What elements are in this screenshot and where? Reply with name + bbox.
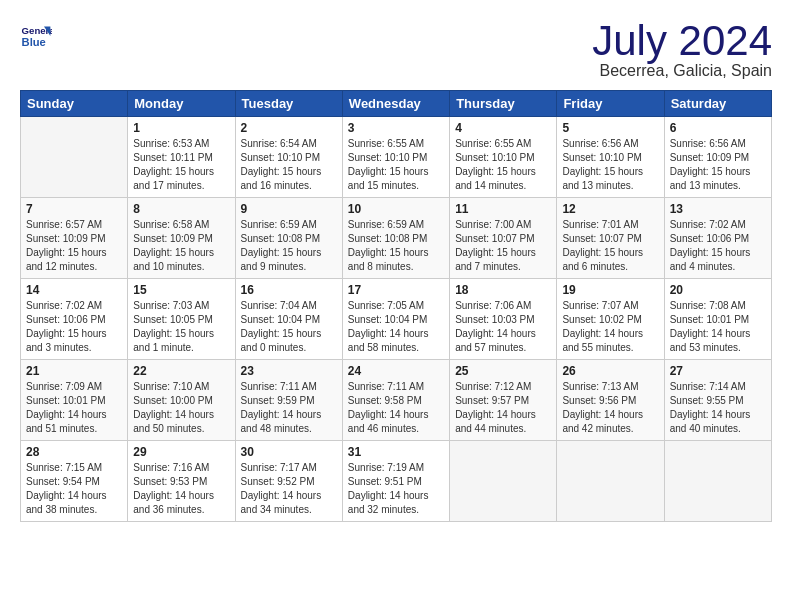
day-info: Sunrise: 6:56 AM Sunset: 10:10 PM Daylig… (562, 137, 658, 193)
day-number: 28 (26, 445, 122, 459)
calendar-cell (21, 117, 128, 198)
calendar-week-row: 1Sunrise: 6:53 AM Sunset: 10:11 PM Dayli… (21, 117, 772, 198)
day-info: Sunrise: 7:13 AM Sunset: 9:56 PM Dayligh… (562, 380, 658, 436)
day-number: 4 (455, 121, 551, 135)
calendar-cell: 21Sunrise: 7:09 AM Sunset: 10:01 PM Dayl… (21, 360, 128, 441)
day-number: 7 (26, 202, 122, 216)
day-info: Sunrise: 6:59 AM Sunset: 10:08 PM Daylig… (241, 218, 337, 274)
day-number: 14 (26, 283, 122, 297)
calendar-cell: 26Sunrise: 7:13 AM Sunset: 9:56 PM Dayli… (557, 360, 664, 441)
calendar-table: SundayMondayTuesdayWednesdayThursdayFrid… (20, 90, 772, 522)
calendar-cell: 5Sunrise: 6:56 AM Sunset: 10:10 PM Dayli… (557, 117, 664, 198)
day-info: Sunrise: 7:06 AM Sunset: 10:03 PM Daylig… (455, 299, 551, 355)
calendar-cell: 23Sunrise: 7:11 AM Sunset: 9:59 PM Dayli… (235, 360, 342, 441)
calendar-cell: 2Sunrise: 6:54 AM Sunset: 10:10 PM Dayli… (235, 117, 342, 198)
day-number: 29 (133, 445, 229, 459)
day-info: Sunrise: 7:12 AM Sunset: 9:57 PM Dayligh… (455, 380, 551, 436)
day-info: Sunrise: 7:05 AM Sunset: 10:04 PM Daylig… (348, 299, 444, 355)
day-info: Sunrise: 7:07 AM Sunset: 10:02 PM Daylig… (562, 299, 658, 355)
day-info: Sunrise: 7:09 AM Sunset: 10:01 PM Daylig… (26, 380, 122, 436)
column-header-monday: Monday (128, 91, 235, 117)
day-number: 30 (241, 445, 337, 459)
day-info: Sunrise: 6:56 AM Sunset: 10:09 PM Daylig… (670, 137, 766, 193)
calendar-cell: 20Sunrise: 7:08 AM Sunset: 10:01 PM Dayl… (664, 279, 771, 360)
day-number: 31 (348, 445, 444, 459)
calendar-cell: 3Sunrise: 6:55 AM Sunset: 10:10 PM Dayli… (342, 117, 449, 198)
day-info: Sunrise: 7:15 AM Sunset: 9:54 PM Dayligh… (26, 461, 122, 517)
day-info: Sunrise: 7:14 AM Sunset: 9:55 PM Dayligh… (670, 380, 766, 436)
day-info: Sunrise: 7:11 AM Sunset: 9:59 PM Dayligh… (241, 380, 337, 436)
calendar-cell: 15Sunrise: 7:03 AM Sunset: 10:05 PM Dayl… (128, 279, 235, 360)
calendar-cell: 28Sunrise: 7:15 AM Sunset: 9:54 PM Dayli… (21, 441, 128, 522)
day-info: Sunrise: 6:55 AM Sunset: 10:10 PM Daylig… (455, 137, 551, 193)
column-header-saturday: Saturday (664, 91, 771, 117)
day-info: Sunrise: 7:17 AM Sunset: 9:52 PM Dayligh… (241, 461, 337, 517)
day-number: 23 (241, 364, 337, 378)
day-number: 12 (562, 202, 658, 216)
logo: General Blue (20, 20, 52, 52)
calendar-cell: 1Sunrise: 6:53 AM Sunset: 10:11 PM Dayli… (128, 117, 235, 198)
calendar-cell (557, 441, 664, 522)
calendar-cell: 19Sunrise: 7:07 AM Sunset: 10:02 PM Dayl… (557, 279, 664, 360)
day-number: 5 (562, 121, 658, 135)
calendar-week-row: 28Sunrise: 7:15 AM Sunset: 9:54 PM Dayli… (21, 441, 772, 522)
calendar-header-row: SundayMondayTuesdayWednesdayThursdayFrid… (21, 91, 772, 117)
calendar-cell: 10Sunrise: 6:59 AM Sunset: 10:08 PM Dayl… (342, 198, 449, 279)
column-header-sunday: Sunday (21, 91, 128, 117)
day-number: 17 (348, 283, 444, 297)
day-info: Sunrise: 7:19 AM Sunset: 9:51 PM Dayligh… (348, 461, 444, 517)
day-info: Sunrise: 6:54 AM Sunset: 10:10 PM Daylig… (241, 137, 337, 193)
page-header: General Blue July 2024 Becerrea, Galicia… (20, 20, 772, 80)
day-number: 10 (348, 202, 444, 216)
calendar-cell: 24Sunrise: 7:11 AM Sunset: 9:58 PM Dayli… (342, 360, 449, 441)
day-number: 21 (26, 364, 122, 378)
calendar-cell: 18Sunrise: 7:06 AM Sunset: 10:03 PM Dayl… (450, 279, 557, 360)
calendar-cell: 17Sunrise: 7:05 AM Sunset: 10:04 PM Dayl… (342, 279, 449, 360)
calendar-cell: 11Sunrise: 7:00 AM Sunset: 10:07 PM Dayl… (450, 198, 557, 279)
calendar-cell: 9Sunrise: 6:59 AM Sunset: 10:08 PM Dayli… (235, 198, 342, 279)
day-info: Sunrise: 6:58 AM Sunset: 10:09 PM Daylig… (133, 218, 229, 274)
calendar-cell: 4Sunrise: 6:55 AM Sunset: 10:10 PM Dayli… (450, 117, 557, 198)
calendar-cell: 30Sunrise: 7:17 AM Sunset: 9:52 PM Dayli… (235, 441, 342, 522)
day-info: Sunrise: 7:00 AM Sunset: 10:07 PM Daylig… (455, 218, 551, 274)
calendar-cell: 27Sunrise: 7:14 AM Sunset: 9:55 PM Dayli… (664, 360, 771, 441)
day-number: 2 (241, 121, 337, 135)
day-number: 13 (670, 202, 766, 216)
day-number: 27 (670, 364, 766, 378)
month-title: July 2024 (592, 20, 772, 62)
day-info: Sunrise: 7:16 AM Sunset: 9:53 PM Dayligh… (133, 461, 229, 517)
day-info: Sunrise: 7:08 AM Sunset: 10:01 PM Daylig… (670, 299, 766, 355)
calendar-cell: 29Sunrise: 7:16 AM Sunset: 9:53 PM Dayli… (128, 441, 235, 522)
column-header-thursday: Thursday (450, 91, 557, 117)
column-header-wednesday: Wednesday (342, 91, 449, 117)
day-info: Sunrise: 7:10 AM Sunset: 10:00 PM Daylig… (133, 380, 229, 436)
calendar-cell: 16Sunrise: 7:04 AM Sunset: 10:04 PM Dayl… (235, 279, 342, 360)
column-header-tuesday: Tuesday (235, 91, 342, 117)
calendar-cell: 31Sunrise: 7:19 AM Sunset: 9:51 PM Dayli… (342, 441, 449, 522)
calendar-cell: 13Sunrise: 7:02 AM Sunset: 10:06 PM Dayl… (664, 198, 771, 279)
day-info: Sunrise: 7:02 AM Sunset: 10:06 PM Daylig… (670, 218, 766, 274)
calendar-week-row: 21Sunrise: 7:09 AM Sunset: 10:01 PM Dayl… (21, 360, 772, 441)
calendar-cell: 8Sunrise: 6:58 AM Sunset: 10:09 PM Dayli… (128, 198, 235, 279)
calendar-cell: 7Sunrise: 6:57 AM Sunset: 10:09 PM Dayli… (21, 198, 128, 279)
calendar-cell (664, 441, 771, 522)
day-info: Sunrise: 6:53 AM Sunset: 10:11 PM Daylig… (133, 137, 229, 193)
calendar-cell: 14Sunrise: 7:02 AM Sunset: 10:06 PM Dayl… (21, 279, 128, 360)
day-info: Sunrise: 7:01 AM Sunset: 10:07 PM Daylig… (562, 218, 658, 274)
location-title: Becerrea, Galicia, Spain (592, 62, 772, 80)
day-number: 20 (670, 283, 766, 297)
day-number: 16 (241, 283, 337, 297)
day-number: 26 (562, 364, 658, 378)
day-number: 18 (455, 283, 551, 297)
calendar-cell: 6Sunrise: 6:56 AM Sunset: 10:09 PM Dayli… (664, 117, 771, 198)
day-info: Sunrise: 6:57 AM Sunset: 10:09 PM Daylig… (26, 218, 122, 274)
calendar-cell: 22Sunrise: 7:10 AM Sunset: 10:00 PM Dayl… (128, 360, 235, 441)
logo-icon: General Blue (20, 20, 52, 52)
day-info: Sunrise: 7:11 AM Sunset: 9:58 PM Dayligh… (348, 380, 444, 436)
day-info: Sunrise: 7:04 AM Sunset: 10:04 PM Daylig… (241, 299, 337, 355)
day-number: 8 (133, 202, 229, 216)
calendar-week-row: 14Sunrise: 7:02 AM Sunset: 10:06 PM Dayl… (21, 279, 772, 360)
calendar-cell (450, 441, 557, 522)
day-info: Sunrise: 7:02 AM Sunset: 10:06 PM Daylig… (26, 299, 122, 355)
title-section: July 2024 Becerrea, Galicia, Spain (592, 20, 772, 80)
